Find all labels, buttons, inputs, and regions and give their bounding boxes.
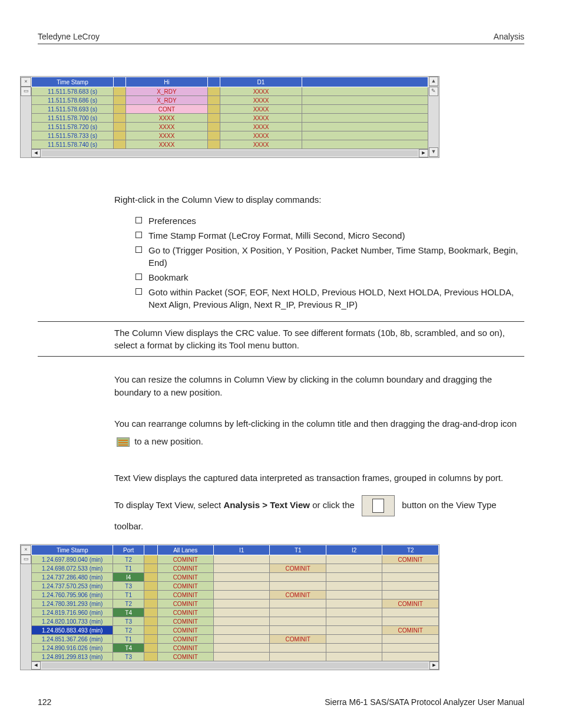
table-row[interactable]: 11.511.578.733 (s)XXXXXXXX — [32, 131, 428, 140]
scroll-right-icon[interactable]: ► — [429, 661, 439, 670]
resize-para: You can resize the columns in Column Vie… — [114, 373, 527, 399]
pin-icon[interactable]: ▭ — [21, 555, 31, 564]
close-icon[interactable]: × — [21, 77, 31, 87]
drag-handle-icon — [117, 437, 130, 447]
table-row[interactable]: 1.24.891.299.813 (min)T3COMINIT — [32, 653, 439, 661]
table-row[interactable]: 11.511.578.683 (s)X_RDYXXXX — [32, 87, 428, 96]
command-item: Bookmark — [135, 271, 527, 284]
h-scrollbar[interactable]: ◄ ► — [31, 149, 428, 157]
scroll-thumb[interactable] — [42, 663, 428, 668]
table-row[interactable]: 1.24.760.795.906 (min)T1COMINITCOMINIT — [32, 591, 439, 599]
command-item: Time Stamp Format (LeCroy Format, Milli … — [135, 229, 527, 242]
table-row[interactable]: 11.511.578.720 (s)XXXXXXXX — [32, 123, 428, 131]
command-item: Go to (Trigger Position, X Position, Y P… — [135, 244, 527, 269]
column-view-screenshot: × ▭ Time StampHiD111.511.578.683 (s)X_RD… — [20, 76, 439, 158]
note-box: The Column View displays the CRC value. … — [38, 321, 524, 357]
table-row[interactable]: 1.24.737.570.253 (min)T3COMINIT — [32, 582, 439, 591]
header-left: Teledyne LeCroy — [38, 32, 100, 41]
command-list: PreferencesTime Stamp Format (LeCroy For… — [135, 215, 527, 311]
col-timestamp: Time Stamp — [32, 77, 114, 87]
table-row[interactable]: 1.24.851.367.266 (min)T1COMINITCOMINIT — [32, 635, 439, 644]
scroll-up-icon[interactable]: ▲ — [429, 77, 438, 86]
pin-icon[interactable]: ▭ — [21, 87, 31, 96]
table-row[interactable]: 11.511.578.693 (s)CONTXXXX — [32, 105, 428, 114]
intro-para: Right-click in the Column View to displa… — [114, 193, 527, 206]
manual-title: Sierra M6-1 SAS/SATA Protocol Analyzer U… — [325, 697, 524, 707]
right-gutter: ▲ ✎ ▼ — [428, 77, 439, 157]
scroll-down-icon[interactable]: ▼ — [429, 147, 438, 157]
header-right: Analysis — [494, 32, 524, 41]
column-view-table[interactable]: Time StampHiD111.511.578.683 (s)X_RDYXXX… — [31, 77, 428, 149]
col-d1: D1 — [220, 77, 302, 87]
table-row[interactable]: 1.24.780.391.293 (min)T2COMINITCOMINIT — [32, 599, 439, 608]
text-view-button-icon[interactable] — [362, 495, 395, 516]
table-row[interactable]: 11.511.578.686 (s)X_RDYXXXX — [32, 96, 428, 105]
table-row[interactable]: 1.24.890.916.026 (min)T4COMINIT — [32, 644, 439, 653]
scroll-thumb[interactable] — [42, 150, 418, 156]
text-view-screenshot: × ▭ Time StampPortAll LanesI1T1I2T21.24.… — [20, 544, 439, 670]
col-hi: Hi — [126, 77, 208, 87]
table-row[interactable]: 11.511.578.740 (s)XXXXXXXX — [32, 140, 428, 149]
table-row[interactable]: 1.24.820.100.733 (min)T3COMINIT — [32, 617, 439, 626]
command-item: Preferences — [135, 215, 527, 227]
table-row[interactable]: 1.24.698.072.533 (min)T1COMINITCOMINIT — [32, 564, 439, 573]
command-item: Goto within Packet (SOF, EOF, Next HOLD,… — [135, 286, 527, 311]
table-row[interactable]: 11.511.578.700 (s)XXXXXXXX — [32, 114, 428, 123]
textview-instruction: To display Text View, select Analysis > … — [114, 495, 527, 536]
close-icon[interactable]: × — [21, 545, 31, 555]
left-gutter: × ▭ — [21, 77, 31, 157]
left-gutter-2: × ▭ — [21, 545, 31, 670]
table-row[interactable]: 1.24.850.883.493 (min)T2COMINITCOMINIT — [32, 626, 439, 635]
h-scrollbar-2[interactable]: ◄ ► — [31, 661, 439, 670]
table-row[interactable]: 1.24.737.286.480 (min)I4COMINIT — [32, 573, 439, 582]
table-row[interactable]: 1.24.819.716.960 (min)T4COMINIT — [32, 608, 439, 617]
scroll-left-icon[interactable]: ◄ — [31, 149, 41, 157]
text-view-table[interactable]: Time StampPortAll LanesI1T1I2T21.24.697.… — [31, 545, 439, 661]
table-row[interactable]: 1.24.697.890.040 (min)T2COMINITCOMINIT — [32, 555, 439, 564]
scroll-right-icon[interactable]: ► — [419, 149, 428, 157]
page-number: 122 — [38, 697, 51, 707]
rearrange-para: You can rearrange columns by left-clicki… — [114, 415, 527, 450]
tool-icon[interactable]: ✎ — [429, 87, 438, 96]
scroll-left-icon[interactable]: ◄ — [31, 661, 41, 670]
textview-intro: Text View displays the captured data int… — [114, 472, 527, 485]
header-rule — [38, 44, 524, 44]
